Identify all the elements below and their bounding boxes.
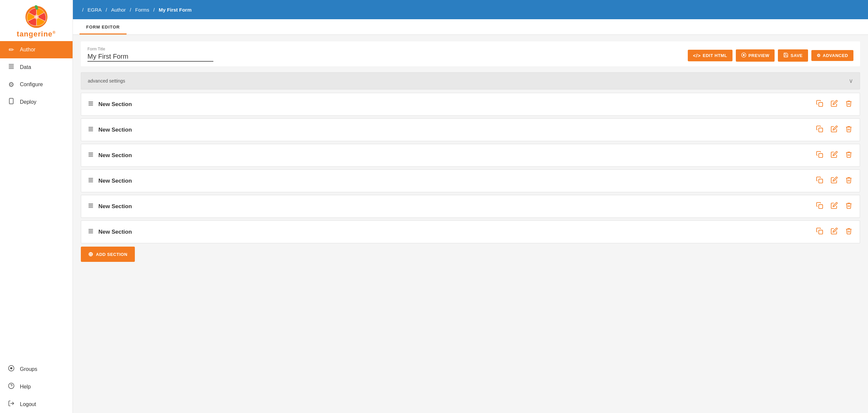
breadcrumb-sep-0: /	[82, 7, 84, 12]
section-copy-button[interactable]	[815, 176, 824, 186]
breadcrumb-forms[interactable]: Forms	[135, 7, 149, 12]
drag-handle-icon[interactable]	[88, 151, 94, 159]
breadcrumb: / EGRA / Author / Forms / My First Form	[82, 7, 191, 12]
svg-rect-24	[89, 129, 93, 130]
section-delete-button[interactable]	[844, 176, 853, 186]
svg-rect-35	[89, 182, 93, 182]
sidebar-item-logout[interactable]: Logout	[0, 395, 72, 413]
logo-area: tangerine®	[0, 0, 72, 41]
svg-rect-32	[89, 178, 93, 179]
svg-rect-46	[819, 230, 823, 234]
svg-rect-23	[89, 128, 93, 129]
drag-handle-icon[interactable]	[88, 100, 94, 108]
svg-rect-5	[9, 66, 14, 66]
svg-rect-20	[89, 105, 93, 106]
section-item: New Section	[81, 93, 860, 116]
section-item: New Section	[81, 169, 860, 192]
section-copy-button[interactable]	[815, 227, 824, 237]
svg-rect-7	[9, 68, 14, 69]
add-section-plus-icon: ⊕	[88, 250, 93, 258]
drag-handle-icon[interactable]	[88, 203, 94, 210]
section-delete-button[interactable]	[844, 150, 853, 160]
section-edit-button[interactable]	[830, 125, 838, 135]
section-edit-button[interactable]	[830, 150, 838, 160]
advanced-settings-bar[interactable]: advanced settings ∨	[81, 72, 860, 89]
svg-rect-18	[89, 103, 93, 104]
sidebar-nav: ✏ Author Data ⚙ Configure Deploy	[0, 41, 72, 413]
svg-rect-19	[89, 104, 93, 105]
section-copy-button[interactable]	[815, 201, 824, 211]
logo-text: tangerine®	[17, 30, 56, 38]
header-bar: / EGRA / Author / Forms / My First Form	[73, 0, 868, 19]
save-icon	[783, 52, 788, 59]
tab-bar: FORM EDITOR	[73, 19, 868, 35]
svg-rect-31	[819, 153, 823, 157]
section-actions	[815, 201, 853, 211]
sidebar-item-deploy-label: Deploy	[20, 99, 36, 105]
save-button[interactable]: SAVE	[778, 49, 808, 62]
svg-rect-39	[89, 206, 93, 207]
preview-icon	[741, 52, 746, 59]
sidebar-item-logout-label: Logout	[20, 402, 36, 407]
sidebar-item-author[interactable]: ✏ Author	[0, 41, 72, 58]
svg-rect-8	[9, 98, 13, 104]
section-edit-button[interactable]	[830, 99, 838, 109]
edit-html-button[interactable]: </> EDIT HTML	[688, 50, 733, 61]
preview-button[interactable]: PREVIEW	[736, 49, 775, 62]
section-actions	[815, 99, 853, 109]
section-delete-button[interactable]	[844, 201, 853, 211]
form-title-label: Form Title	[88, 47, 213, 51]
svg-rect-36	[819, 179, 823, 183]
svg-rect-45	[89, 233, 93, 233]
section-delete-button[interactable]	[844, 99, 853, 109]
toolbar-buttons: </> EDIT HTML PREVIEW SAVE ⚙	[688, 49, 854, 62]
form-title-input[interactable]	[88, 53, 213, 62]
svg-point-16	[743, 54, 744, 56]
tab-form-editor[interactable]: FORM EDITOR	[80, 19, 127, 34]
section-copy-button[interactable]	[815, 125, 824, 135]
breadcrumb-sep-3: /	[153, 7, 155, 12]
advanced-button[interactable]: ⚙ ADVANCED	[811, 50, 854, 61]
section-title: New Section	[98, 152, 811, 159]
breadcrumb-author[interactable]: Author	[111, 7, 126, 12]
sidebar-item-configure[interactable]: ⚙ Configure	[0, 76, 72, 93]
breadcrumb-egra[interactable]: EGRA	[88, 7, 102, 12]
sidebar-item-data-label: Data	[20, 64, 31, 70]
drag-handle-icon[interactable]	[88, 126, 94, 134]
svg-rect-30	[89, 156, 93, 157]
sidebar-item-groups-label: Groups	[20, 366, 37, 372]
section-item: New Section	[81, 144, 860, 167]
form-title-group: Form Title	[88, 47, 213, 62]
drag-handle-icon[interactable]	[88, 177, 94, 185]
section-copy-button[interactable]	[815, 150, 824, 160]
section-item: New Section	[81, 195, 860, 218]
section-copy-button[interactable]	[815, 99, 824, 109]
section-actions	[815, 227, 853, 237]
svg-rect-26	[819, 128, 823, 132]
svg-rect-17	[89, 101, 93, 102]
section-title: New Section	[98, 229, 811, 235]
svg-rect-34	[89, 181, 93, 181]
section-edit-button[interactable]	[830, 227, 838, 237]
section-item: New Section	[81, 118, 860, 141]
drag-handle-icon[interactable]	[88, 228, 94, 236]
sidebar-item-deploy[interactable]: Deploy	[0, 93, 72, 111]
groups-icon	[7, 365, 15, 373]
section-title: New Section	[98, 178, 811, 184]
edit-html-icon: </>	[693, 53, 701, 58]
section-delete-button[interactable]	[844, 125, 853, 135]
content-area: Form Title </> EDIT HTML PREVIEW	[73, 35, 868, 413]
section-delete-button[interactable]	[844, 227, 853, 237]
sidebar-item-data[interactable]: Data	[0, 58, 72, 76]
sidebar-item-help[interactable]: Help	[0, 378, 72, 395]
svg-point-2	[34, 14, 39, 19]
section-edit-button[interactable]	[830, 201, 838, 211]
section-edit-button[interactable]	[830, 176, 838, 186]
svg-rect-43	[89, 230, 93, 231]
help-icon	[7, 383, 15, 391]
sidebar-item-author-label: Author	[20, 47, 35, 53]
add-section-button[interactable]: ⊕ ADD SECTION	[81, 246, 135, 262]
svg-rect-27	[89, 152, 93, 153]
sidebar-item-groups[interactable]: Groups	[0, 360, 72, 378]
form-title-row: Form Title </> EDIT HTML PREVIEW	[81, 41, 860, 66]
